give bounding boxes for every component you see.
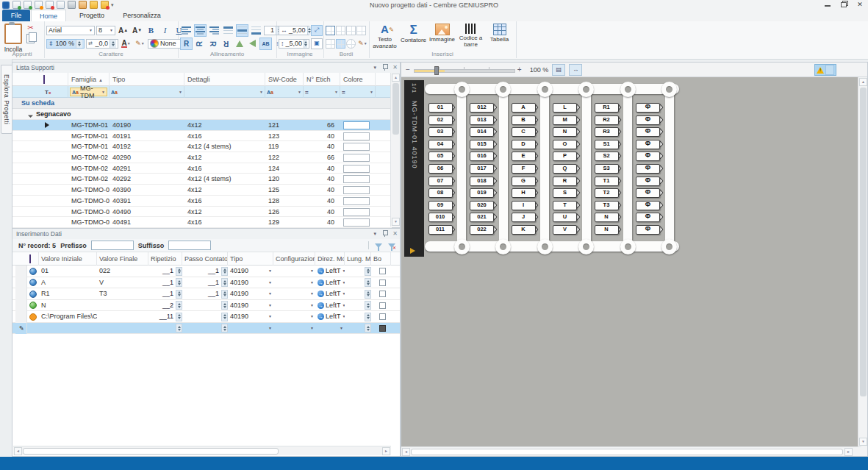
label-tag[interactable]: Φ	[636, 213, 660, 222]
colore-cell[interactable]	[340, 217, 376, 228]
passo-contatore-cell[interactable]	[182, 300, 228, 312]
tab-progetto[interactable]: Progetto	[72, 10, 112, 21]
table-row[interactable]: MG-TDMO-02404904x1212640	[12, 207, 392, 218]
direzione-cell[interactable]: →LeftT▼	[315, 277, 345, 289]
folder-export-icon[interactable]	[101, 1, 109, 9]
image-proportions-button[interactable]: ▣	[311, 38, 323, 49]
grid-selector-icon[interactable]	[43, 75, 45, 84]
label-tag[interactable]: K	[512, 225, 536, 235]
valore-iniziale-cell[interactable]: N	[39, 300, 97, 312]
align-left-button[interactable]	[180, 24, 193, 37]
colore-cell[interactable]	[340, 131, 376, 142]
app-logo-icon[interactable]	[2, 1, 10, 9]
label-tag[interactable]: 018	[470, 177, 494, 186]
label-tag[interactable]: S2	[595, 152, 619, 161]
label-tag[interactable]: O	[553, 140, 577, 149]
label-tag[interactable]: 010	[428, 213, 453, 222]
zoom-in-icon[interactable]: +	[517, 66, 522, 74]
label-tag[interactable]: Φ	[636, 127, 660, 137]
bold-cell[interactable]	[371, 300, 391, 312]
suffix-input[interactable]	[168, 241, 211, 250]
label-tag[interactable]: 09	[428, 201, 453, 210]
label-tag[interactable]: P	[553, 152, 577, 161]
char-spacing-spinner[interactable]: ⇄_0,0	[86, 39, 118, 49]
valore-finale-cell[interactable]	[97, 311, 148, 323]
label-tag[interactable]: 015	[470, 140, 494, 149]
colore-cell[interactable]	[340, 163, 376, 174]
direzione-cell[interactable]: →LeftT▼	[315, 300, 345, 312]
tipo-cell[interactable]: ▼	[228, 323, 273, 335]
configurazione-cell[interactable]: ▼	[273, 266, 315, 277]
passo-contatore-cell[interactable]: __1	[182, 277, 228, 289]
label-tag[interactable]: I	[512, 201, 536, 210]
checkbox[interactable]	[379, 313, 386, 320]
label-tag[interactable]: L	[553, 103, 577, 113]
label-tag[interactable]: T2	[595, 188, 619, 198]
valign-middle-button[interactable]	[236, 24, 248, 37]
filter-famiglia[interactable]: AaMG-TDM▼	[68, 86, 110, 98]
label-tag[interactable]: 011	[428, 225, 453, 235]
passo-contatore-cell[interactable]: __1	[182, 288, 228, 300]
colore-cell[interactable]	[340, 185, 376, 196]
grid-selector-icon[interactable]	[29, 254, 31, 263]
font-family-select[interactable]: Arial▼	[46, 26, 95, 35]
label-tag[interactable]: Φ	[636, 225, 660, 235]
zoom-slider-handle[interactable]	[434, 66, 439, 75]
label-tag[interactable]: Φ	[636, 177, 660, 186]
spinner-icon[interactable]	[176, 278, 182, 287]
tipo-cell[interactable]: 40190▼	[228, 300, 273, 312]
label-tag[interactable]: Φ	[636, 201, 660, 210]
prefix-input[interactable]	[91, 241, 134, 250]
dropdown-icon[interactable]: ▼	[310, 288, 314, 300]
label-tag[interactable]: 08	[428, 188, 453, 198]
spinner-icon[interactable]	[176, 324, 182, 332]
table-row[interactable]: MG-TDM-01401904x1212166	[12, 120, 392, 131]
dropdown-icon[interactable]: ▼	[310, 323, 314, 335]
panel-menu-icon[interactable]: ▼	[373, 65, 377, 70]
col-header-famiglia[interactable]: Famiglia▲	[68, 73, 110, 86]
configurazione-cell[interactable]: ▼	[273, 300, 315, 312]
tab-personalizza[interactable]: Personalizza	[116, 10, 168, 21]
label-tag[interactable]: N	[595, 225, 619, 235]
label-tag[interactable]: S	[553, 188, 577, 198]
label-tag[interactable]: E	[512, 152, 536, 161]
bold-cell[interactable]	[371, 323, 391, 335]
border-none-icon[interactable]	[346, 39, 356, 49]
border-inner-icon[interactable]	[336, 39, 345, 49]
direzione-cell[interactable]: →LeftT▼	[315, 288, 345, 300]
qat-more-icon[interactable]: ▾	[111, 2, 114, 8]
grow-font-button[interactable]: A▲	[117, 24, 129, 37]
col-header-colore[interactable]: Colore	[340, 73, 376, 86]
bold-cell[interactable]	[371, 266, 391, 277]
spinner-icon[interactable]	[221, 290, 228, 299]
label-tag[interactable]: G	[512, 177, 536, 186]
label-tag[interactable]: U	[553, 213, 577, 222]
zoom-slider[interactable]	[414, 66, 514, 74]
spinner-icon[interactable]	[110, 40, 116, 48]
spinner-icon[interactable]	[176, 301, 182, 310]
label-tag[interactable]: R3	[595, 127, 619, 137]
label-tag[interactable]: C	[512, 127, 536, 137]
dropdown-icon[interactable]: ▼	[340, 323, 343, 335]
bold-cell[interactable]	[371, 288, 391, 300]
data-row[interactable]: R1T3__1__140190▼▼→LeftT▼	[12, 288, 400, 300]
inserimento-horizontal-scrollbar[interactable]: ◄ ►	[13, 446, 391, 455]
configurazione-cell[interactable]: ▼	[273, 277, 315, 289]
tipo-cell[interactable]: 40190▼	[228, 277, 273, 289]
table-row[interactable]: MG-TDMO-01403904x1212540	[12, 185, 392, 196]
col-header-configurazione[interactable]: Configurazior	[273, 252, 315, 266]
label-tag[interactable]: R2	[595, 115, 619, 125]
label-tag[interactable]: V	[553, 225, 577, 235]
group-row-segnacavo[interactable]: Segnacavo	[12, 109, 392, 120]
label-tag[interactable]: M	[553, 115, 577, 125]
label-tag[interactable]: 016	[470, 152, 494, 161]
spinner-icon[interactable]	[365, 290, 371, 299]
pin-icon[interactable]	[382, 64, 387, 71]
col-header-bold[interactable]: Bo	[371, 252, 391, 266]
valore-finale-cell[interactable]	[97, 300, 148, 312]
filter-n-etich[interactable]: =▼	[304, 86, 340, 98]
checkbox[interactable]	[379, 268, 386, 274]
export-document-icon[interactable]	[46, 1, 54, 9]
ripetizione-cell[interactable]: __1	[148, 277, 182, 289]
minimize-button-icon[interactable]	[824, 1, 831, 8]
